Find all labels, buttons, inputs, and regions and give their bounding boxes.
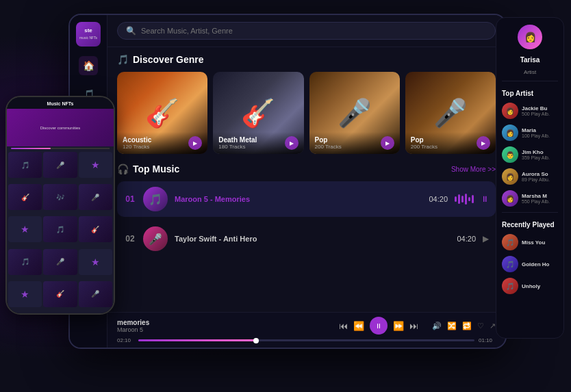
player-song-name: memories xyxy=(117,319,149,326)
top-artist-title: Top Artist xyxy=(502,90,558,97)
tablet-inner: stemusic NFTs 🏠 🎵 🎧 📻 ⚙️ 🔍 xyxy=(70,15,505,348)
pause-button-1[interactable]: ⏸ xyxy=(481,194,489,204)
phone-grid-item[interactable]: ★ xyxy=(79,152,112,178)
phone-grid-item[interactable]: 🎤 xyxy=(79,281,112,307)
phone-grid-item[interactable]: ★ xyxy=(79,249,112,275)
artist-info-0: Jackie Bu 500 Play Alb. xyxy=(522,105,550,116)
recent-name-0: Miss You xyxy=(522,239,545,246)
recent-item-0[interactable]: 🎵 Miss You xyxy=(502,234,558,250)
phone-grid-img: 🎸 xyxy=(8,184,42,210)
phone-grid-item[interactable]: 🎵 xyxy=(43,216,77,242)
phone-progress-fill xyxy=(11,148,51,149)
sidebar-item-home[interactable]: 🏠 xyxy=(79,56,98,75)
phone-grid-item[interactable]: ★ xyxy=(8,216,42,242)
current-time: 02:10 xyxy=(117,337,134,343)
genre-card-pop1[interactable]: 🎤 Pop 200 Tracks ▶ xyxy=(309,72,400,154)
recent-info-2: Unholy xyxy=(522,283,540,289)
phone-grid-item[interactable]: 🎤 xyxy=(43,249,77,275)
genre-deathmetal-name: Death Metal xyxy=(218,136,257,144)
artist-name-1: Maria xyxy=(522,127,550,133)
show-more-button[interactable]: Show More >> xyxy=(451,166,496,173)
genre-card-pop2[interactable]: 🎤 Pop 200 Tracks ▶ xyxy=(405,72,496,154)
phone-screen: Music NFTs Discover communities 🎵 🎤 ★ 🎸 … xyxy=(7,97,114,313)
search-icon: 🔍 xyxy=(126,26,136,36)
track-number-1: 01 xyxy=(124,194,136,204)
repeat-icon[interactable]: 🔁 xyxy=(462,322,472,330)
player-progress: 02:10 01:10 xyxy=(117,337,496,343)
progress-bar[interactable] xyxy=(138,339,474,341)
artist-item-0[interactable]: 👩 Jackie Bu 500 Play Alb. xyxy=(502,103,558,119)
microphone-icon: 🎤 xyxy=(338,97,372,129)
track-thumb-1: 🎵 xyxy=(143,187,168,211)
player-top: memories Maroon 5 ⏮ ⏪ ⏸ ⏩ ⏭ 🔊 🔀 xyxy=(117,317,496,335)
track-details-2: Taylor Swift - Anti Hero xyxy=(175,235,450,243)
phone-grid-item[interactable]: 🎶 xyxy=(43,184,77,210)
artist-item-4[interactable]: 👩 Marsha M 550 Play Alb. xyxy=(502,190,558,207)
track-item-2[interactable]: 02 🎤 Taylor Swift - Anti Hero 04:20 ▶ xyxy=(117,221,496,257)
track-thumb-2: 🎤 xyxy=(143,226,168,251)
artist-info-2: Jim Kho 359 Play Alb. xyxy=(522,149,550,160)
artist-name-3: Aurora So xyxy=(522,171,550,177)
recent-name-1: Golden Ho xyxy=(522,261,549,267)
genre-card-acoustic[interactable]: 🎸 Acoustic 120 Tracks ▶ xyxy=(117,72,207,154)
play-pause-button[interactable]: ⏸ xyxy=(370,317,388,335)
player-artist-name: Maroon 5 xyxy=(117,326,149,333)
search-input[interactable] xyxy=(141,27,487,35)
volume-icon[interactable]: 🔊 xyxy=(432,322,442,330)
sidebar-logo: stemusic NFTs xyxy=(76,22,101,47)
microphone2-icon: 🎤 xyxy=(433,97,468,129)
genre-pop2-name: Pop xyxy=(411,136,437,144)
artist-plays-1: 100 Play Alb. xyxy=(522,133,550,138)
genre-pop1-play-button[interactable]: ▶ xyxy=(381,136,394,150)
phone-device: Music NFTs Discover communities 🎵 🎤 ★ 🎸 … xyxy=(5,96,115,315)
genre-card-death-metal[interactable]: 🎸 Death Metal 180 Tracks ▶ xyxy=(213,72,303,154)
phone-grid-img: 🎤 xyxy=(43,152,77,178)
phone-grid: 🎵 🎤 ★ 🎸 🎶 🎤 ★ 🎵 🎸 🎵 🎤 ★ ★ 🎸 🎤 xyxy=(7,151,114,313)
artist-info-1: Maria 100 Play Alb. xyxy=(522,127,550,138)
recent-item-2[interactable]: 🎵 Unholy xyxy=(502,278,558,294)
phone-grid-img: 🎶 xyxy=(43,184,77,210)
artist-item-1[interactable]: 👩 Maria 100 Play Alb. xyxy=(502,125,558,141)
phone-grid-item[interactable]: 🎤 xyxy=(43,152,77,178)
star-icon: ★ xyxy=(21,224,29,235)
skip-forward-button[interactable]: ⏭ xyxy=(409,321,418,331)
rewind-button[interactable]: ⏪ xyxy=(353,321,364,331)
phone-grid-item[interactable]: 🎸 xyxy=(8,184,42,210)
phone-header: Music NFTs xyxy=(7,97,114,109)
phone-grid-item[interactable]: ★ xyxy=(8,281,42,307)
phone-grid-img: 🎵 xyxy=(43,216,77,242)
phone-grid-img: 🎤 xyxy=(79,184,112,210)
shuffle-icon[interactable]: 🔀 xyxy=(447,322,457,330)
skip-back-button[interactable]: ⏮ xyxy=(339,321,348,331)
recent-item-1[interactable]: 🎵 Golden Ho xyxy=(502,256,558,272)
forward-button[interactable]: ⏩ xyxy=(393,321,404,331)
genre-pop2-play-button[interactable]: ▶ xyxy=(477,136,490,150)
recent-avatar-1: 🎵 xyxy=(502,256,518,272)
star-icon: ★ xyxy=(91,159,100,170)
genre-acoustic-play-button[interactable]: ▶ xyxy=(188,136,202,150)
artist-item-3[interactable]: 👩 Aurora So 89 Play Albu. xyxy=(502,168,558,185)
user-avatar: 👩 xyxy=(518,25,542,49)
artist-avatar-1: 👩 xyxy=(502,125,518,141)
phone-grid-item[interactable]: 🎤 xyxy=(79,184,112,210)
phone-grid-item[interactable]: 🎸 xyxy=(79,216,112,242)
user-role: Artist xyxy=(502,69,558,75)
discover-genre-header: 🎵 Discover Genre xyxy=(117,54,496,65)
artist-name-0: Jackie Bu xyxy=(522,105,550,112)
recent-avatar-2: 🎵 xyxy=(502,278,518,294)
play-button-2[interactable]: ▶ xyxy=(483,234,489,244)
phone-grid-item[interactable]: 🎵 xyxy=(8,152,42,178)
progress-thumb[interactable] xyxy=(253,338,259,343)
track-name-2: Taylor Swift - Anti Hero xyxy=(175,235,450,243)
genre-deathmetal-play-button[interactable]: ▶ xyxy=(285,136,299,150)
header: 🔍 xyxy=(107,15,505,47)
track-item-1[interactable]: 01 🎵 Maroon 5 - Memories 04:20 xyxy=(117,181,496,217)
heart-icon[interactable]: ♡ xyxy=(477,322,484,330)
artist-item-2[interactable]: 👨 Jim Kho 359 Play Alb. xyxy=(502,146,558,163)
user-name: Tarisa xyxy=(502,56,558,64)
share-icon[interactable]: ↗ xyxy=(490,322,496,330)
phone-grid-item[interactable]: 🎵 xyxy=(8,249,42,275)
search-bar[interactable]: 🔍 xyxy=(117,22,496,40)
phone-grid-item[interactable]: 🎸 xyxy=(43,281,77,307)
scene: Music NFTs Discover communities 🎵 🎤 ★ 🎸 … xyxy=(0,0,571,392)
